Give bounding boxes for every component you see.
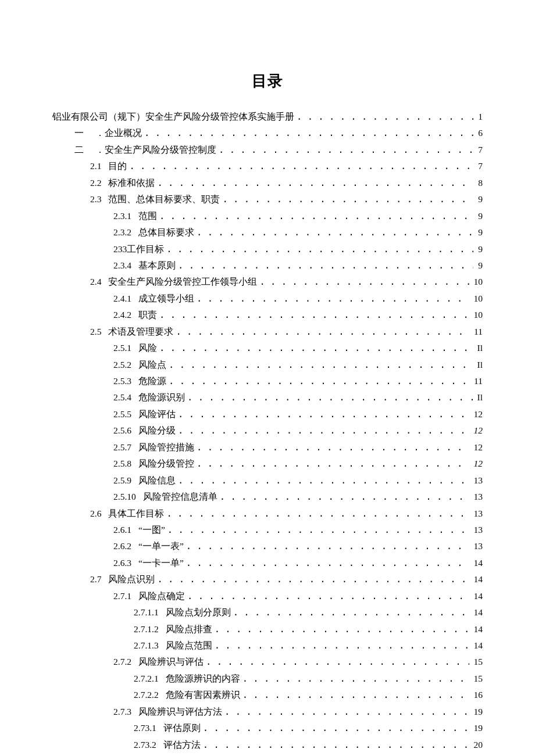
toc-dot-leader <box>187 590 469 603</box>
toc-entry-number: 2.7 <box>90 572 101 586</box>
toc-entry-number: 2.7.1.2 <box>134 622 159 636</box>
toc-entry-number: 2.5.3 <box>113 374 131 388</box>
toc-entry-page: 12 <box>472 424 483 437</box>
toc-entry-page: 7 <box>476 159 483 173</box>
toc-dot-leader <box>176 325 469 339</box>
toc-entry-label: “一卡一单” <box>138 556 184 569</box>
toc-dot-leader <box>215 623 469 636</box>
toc-entry-number: 2.3.1 <box>113 209 131 223</box>
toc-entry: 二．安全生产风险分级管控制度7 <box>52 143 483 157</box>
toc-entry-page: 14 <box>472 572 483 586</box>
toc-dot-leader <box>203 739 469 752</box>
toc-dot-leader <box>197 457 469 471</box>
toc-entry-page: 6 <box>476 126 483 139</box>
toc-entry-number: 2.1 <box>90 159 101 173</box>
toc-dot-leader <box>159 309 469 322</box>
toc-dot-leader <box>187 391 473 404</box>
toc-entry-number: 2.6.1 <box>113 523 131 536</box>
toc-entry-number: 2.5.7 <box>113 440 131 454</box>
toc-dot-leader <box>157 177 473 190</box>
toc-entry-page: 9 <box>476 192 483 206</box>
toc-entry: 2.5.8风险分级管控12 <box>52 457 483 471</box>
toc-entry-number: 2.5.8 <box>113 457 131 470</box>
toc-entry-number: 2.3 <box>90 192 101 206</box>
toc-entry-label: 安全生产风险分级管控工作领导小组 <box>108 275 257 288</box>
toc-entry-label: 基本原则 <box>138 259 176 272</box>
toc-entry-label: 评估原则 <box>163 721 201 734</box>
toc-dot-leader <box>197 292 469 306</box>
toc-dot-leader <box>222 193 473 206</box>
toc-entry-label: 职责 <box>138 308 157 321</box>
toc-dot-leader <box>159 210 473 223</box>
toc-entry-number: 2.6.2 <box>113 539 131 553</box>
toc-dot-leader <box>215 639 469 653</box>
toc-dot-leader <box>159 342 473 355</box>
toc-entry-label: 总体目标要求 <box>138 225 194 239</box>
toc-entry-page: 14 <box>472 605 483 619</box>
toc-entry: 2.6.3“一卡一单”14 <box>52 556 483 570</box>
toc-entry-page: 10 <box>472 275 483 288</box>
toc-entry-number: 2.73.1 <box>134 721 156 734</box>
toc-entry-number: 2.7.3 <box>113 705 131 718</box>
toc-entry-page: 14 <box>472 556 483 569</box>
toc-dot-leader <box>169 359 473 372</box>
toc-entry-number: 2.7.1.3 <box>134 639 159 652</box>
toc-entry: 2.5.2风险点Il <box>52 358 483 372</box>
toc-entry-label: 风险分级 <box>138 424 176 437</box>
toc-entry-page: 13 <box>472 490 483 503</box>
toc-entry-label: 目的 <box>108 159 127 173</box>
toc-entry: 2.2标准和依据8 <box>52 176 483 190</box>
toc-entry: 铝业有限公司（规下）安全生产风险分级管控体系实施手册1 <box>52 110 483 124</box>
toc-entry: 2.6.1“一图”13 <box>52 523 483 537</box>
toc-entry-page: 14 <box>472 589 483 603</box>
toc-entry-page: 19 <box>472 705 483 718</box>
toc-dot-leader <box>166 507 469 521</box>
toc-dot-leader <box>157 573 469 586</box>
toc-entry-label: 风险点范围 <box>166 639 212 652</box>
toc-dot-leader <box>259 275 469 289</box>
toc-entry-page: 11 <box>472 325 483 338</box>
toc-dot-leader <box>144 127 473 140</box>
toc-entry-number: 2.73.2 <box>134 738 156 751</box>
toc-entry-page: Il <box>475 390 483 404</box>
toc-entry: 2.5.10风险管控信息清单13 <box>52 490 483 504</box>
toc-entry-page: 14 <box>472 622 483 636</box>
toc-entry: 2.5.9风险信息13 <box>52 474 483 488</box>
toc-entry-label: 风险点确定 <box>138 589 185 603</box>
toc-entry-label: “一单一表” <box>138 539 184 553</box>
toc-entry-number: 2.4.1 <box>113 292 131 305</box>
toc-entry: 2.3.2总体目标要求9 <box>52 225 483 239</box>
toc-entry-number: 2.2 <box>90 176 101 189</box>
toc-entry: 2.5.1风险Il <box>52 341 483 355</box>
toc-entry-label: ．企业概况 <box>95 126 142 139</box>
toc-entry-number: 2.7.2.2 <box>134 688 159 701</box>
toc-entry-number: 2.5.4 <box>113 390 131 404</box>
toc-dot-leader <box>219 144 473 157</box>
toc-entry-page: 12 <box>472 440 483 454</box>
toc-entry-page: 10 <box>472 292 483 305</box>
toc-entry: 2.7.1.3风险点范围14 <box>52 639 483 653</box>
toc-entry-page: 15 <box>472 655 483 668</box>
toc-entry: 2.7.3风险辨识与评估方法19 <box>52 705 483 719</box>
toc-dot-leader <box>129 160 473 173</box>
toc-entry: 2.6具体工作目标13 <box>52 507 483 521</box>
toc-entry-page: 12 <box>472 457 483 470</box>
toc-entry-page: Il <box>475 341 483 354</box>
toc-dot-leader <box>178 259 473 273</box>
toc-entry: 2.4.1成立领导小组10 <box>52 292 483 306</box>
toc-entry: 2.3.1范围9 <box>52 209 483 223</box>
toc-entry: 2.1目的7 <box>52 159 483 173</box>
toc-entry-label: ．安全生产风险分级管控制度 <box>95 143 216 156</box>
toc-entry: 2.4安全生产风险分级管控工作领导小组10 <box>52 275 483 289</box>
toc-entry-label: 233工作目标 <box>113 242 164 256</box>
toc-entry: 2.5.7风险管控措施12 <box>52 440 483 454</box>
toc-entry: 2.5.5风险评估12 <box>52 407 483 421</box>
toc-entry-page: 13 <box>472 474 483 487</box>
toc-dot-leader <box>203 722 469 735</box>
toc-dot-leader <box>220 490 469 504</box>
toc-dot-leader <box>166 243 473 256</box>
toc-entry-number: 2.4.2 <box>113 308 131 321</box>
toc-entry-label: 铝业有限公司（规下）安全生产风险分级管控体系实施手册 <box>52 110 294 123</box>
toc-entry-number: 2.3.2 <box>113 225 131 239</box>
toc-entry-label: 风险点排查 <box>166 622 212 636</box>
